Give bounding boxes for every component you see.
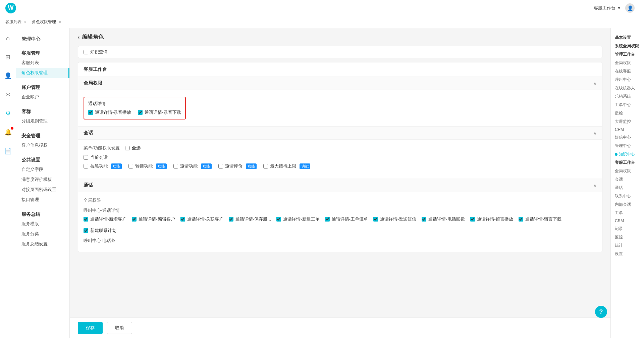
breadcrumb-close-clients[interactable]: ×	[24, 20, 26, 25]
conversation-body: 菜单/功能权限设置 全选 当前会话	[78, 140, 602, 179]
highlight-box-title: 通话详情	[88, 101, 181, 107]
anchor-cs-crm[interactable]: CRM	[611, 217, 644, 225]
select-all-input[interactable]	[125, 146, 130, 150]
content-wrapper: ‹ 编辑角色 知识查询 客服工作台	[70, 28, 610, 338]
nav-item-client-list[interactable]: 客服列表	[16, 58, 69, 68]
call-global-label: 全局权限	[84, 197, 597, 203]
content-area: ‹ 编辑角色 知识查询 客服工作台	[70, 28, 610, 318]
select-all-checkbox[interactable]: 全选	[125, 145, 141, 151]
call-add-customer[interactable]: 通话详情-新增客户	[84, 216, 126, 222]
top-nav-right: 客服工作台 ▼ 👤	[594, 3, 639, 13]
max-reception-checkbox[interactable]: 最大接待上限 功能	[263, 163, 310, 169]
sidebar-icon-apps[interactable]: ⊞	[2, 51, 14, 63]
global-perms-collapse-icon[interactable]: ∧	[593, 81, 597, 86]
workspace-selector[interactable]: 客服工作台 ▼	[594, 5, 621, 11]
call-save-service[interactable]: 通话详情-保存服...	[229, 216, 271, 222]
knowledge-query-input[interactable]	[84, 50, 88, 54]
breadcrumb-item-clients[interactable]: 客服列表 ×	[5, 19, 26, 25]
nav-item-customer-auth[interactable]: 客户信息授权	[16, 140, 69, 150]
recording-download-input[interactable]	[138, 110, 143, 115]
invite-rate-checkbox[interactable]: 邀请评价 功能	[218, 163, 257, 169]
nav-item-interface-mgmt[interactable]: 接口管理	[16, 195, 69, 205]
nav-item-enterprise-account[interactable]: 企业账户	[16, 92, 69, 102]
conversation-collapse-icon[interactable]: ∧	[593, 131, 597, 136]
call-new-ticket[interactable]: 通话详情-新建工单	[276, 216, 319, 222]
anchor-sales-system[interactable]: 乐销系统	[611, 92, 644, 101]
knowledge-row: 知识查询	[78, 46, 602, 58]
page-header: ‹ 编辑角色	[78, 34, 602, 41]
blacklist-input[interactable]	[84, 164, 88, 168]
anchor-cs-ticket[interactable]: 工单	[611, 209, 644, 217]
sidebar-icon-mail[interactable]: ✉	[2, 89, 14, 101]
sidebar-icon-user[interactable]: 👤	[2, 70, 14, 82]
sidebar-icon-home[interactable]: ⌂	[2, 32, 14, 44]
breadcrumb-close-roles[interactable]: ×	[59, 20, 61, 25]
sidebar-icon-bell[interactable]: 🔔	[2, 126, 14, 138]
anchor-online-service[interactable]: 在线客服	[611, 67, 644, 76]
knowledge-query-checkbox[interactable]: 知识查询	[84, 49, 108, 55]
back-icon[interactable]: ‹	[78, 34, 79, 40]
anchor-ticket-center[interactable]: 工单中心	[611, 101, 644, 109]
anchor-cs-monitor[interactable]: 监控	[611, 233, 644, 241]
anchor-online-robot[interactable]: 在线机器人	[611, 84, 644, 92]
help-button[interactable]: ?	[595, 306, 607, 318]
call-edit-customer[interactable]: 通话详情-编辑客户	[132, 216, 175, 222]
anchor-cs-contact-center[interactable]: 联系中心	[611, 192, 644, 200]
anchor-cs-global-perms[interactable]: 全局权限	[611, 167, 644, 175]
invite-input[interactable]	[173, 164, 178, 168]
anchor-cs-record[interactable]: 记录	[611, 225, 644, 233]
call-subsection: 通话 ∧ 全局权限 呼叫中心-通话详情 通话详情-新增客户	[78, 179, 602, 252]
save-button[interactable]: 保存	[78, 322, 103, 334]
transfer-checkbox[interactable]: 转接功能 功能	[128, 163, 167, 169]
current-conv-input[interactable]	[84, 155, 88, 160]
nav-item-service-category[interactable]: 服务分类	[16, 229, 69, 239]
nav-item-group-rules[interactable]: 分组规则管理	[16, 116, 69, 126]
nav-item-role-perm[interactable]: 角色权限管理	[16, 68, 69, 78]
anchor-quality[interactable]: 质检	[611, 109, 644, 117]
transfer-input[interactable]	[128, 164, 133, 168]
call-voicemail-download[interactable]: 通话详情-留言下载	[519, 216, 561, 222]
anchor-cs-conversation[interactable]: 会话	[611, 175, 644, 184]
call-send-sms[interactable]: 通话详情-发送短信	[373, 216, 416, 222]
nav-item-service-summary-settings[interactable]: 服务总结设置	[16, 239, 69, 249]
call-link-customer[interactable]: 通话详情-关联客户	[180, 216, 223, 222]
highlight-box-items: 通话详情-录音播放 通话详情-录音下载	[88, 109, 181, 115]
nav-item-service-template[interactable]: 服务模版	[16, 219, 69, 229]
current-conv-checkbox[interactable]: 当前会话	[84, 154, 108, 160]
anchor-global-perms[interactable]: 全局权限	[611, 59, 644, 67]
recording-play-input[interactable]	[88, 110, 93, 115]
nav-item-page-password[interactable]: 对接页面密码设置	[16, 185, 69, 195]
anchor-knowledge-center[interactable]: 知识中心	[611, 150, 644, 158]
nav-item-satisfaction-template[interactable]: 满意度评价模板	[16, 175, 69, 185]
anchor-call-center[interactable]: 呼叫中心	[611, 76, 644, 84]
call-voicemail-play[interactable]: 通话详情-留言播放	[470, 216, 513, 222]
blacklist-checkbox[interactable]: 拉黑功能 功能	[84, 163, 122, 169]
anchor-big-screen[interactable]: 大屏监控	[611, 117, 644, 126]
anchor-cs-settings[interactable]: 设置	[611, 250, 644, 258]
call-new-contact-plan[interactable]: 新建联系计划	[84, 228, 116, 234]
cancel-button[interactable]: 取消	[107, 322, 132, 334]
anchor-crm[interactable]: CRM	[611, 126, 644, 133]
bottom-bar: 保存 取消	[70, 318, 610, 338]
conversation-title: 会话	[84, 130, 93, 136]
invite-rate-input[interactable]	[218, 164, 223, 168]
nav-item-custom-fields[interactable]: 自定义字段	[16, 164, 69, 175]
anchor-cs-call[interactable]: 通话	[611, 184, 644, 192]
anchor-cs-stats[interactable]: 统计	[611, 241, 644, 250]
call-collapse-icon[interactable]: ∧	[593, 183, 597, 188]
breadcrumb-item-roles[interactable]: 角色权限管理 ×	[32, 19, 61, 25]
max-reception-input[interactable]	[263, 164, 268, 168]
sidebar-icon-doc[interactable]: 📄	[2, 145, 14, 157]
anchor-mgmt-center[interactable]: 管理中心	[611, 142, 644, 150]
call-callback[interactable]: 通话详情-电话回拨	[422, 216, 465, 222]
anchor-sms-center[interactable]: 短信中心	[611, 133, 644, 142]
invite-checkbox[interactable]: 邀请功能 功能	[173, 163, 212, 169]
sidebar-icon-settings[interactable]: ⚙	[2, 107, 14, 119]
anchor-cs-internal-conv[interactable]: 内部会话	[611, 200, 644, 209]
recording-play-checkbox[interactable]: 通话详情-录音播放	[88, 109, 131, 115]
anchor-mgmt-workstation: 管理工作台	[611, 50, 644, 59]
call-ticket-stuck[interactable]: 通话详情-工单僵单	[325, 216, 368, 222]
recording-download-checkbox[interactable]: 通话详情-录音下载	[138, 109, 181, 115]
avatar[interactable]: 👤	[625, 3, 635, 13]
max-reception-label: 最大接待上限	[270, 163, 296, 169]
